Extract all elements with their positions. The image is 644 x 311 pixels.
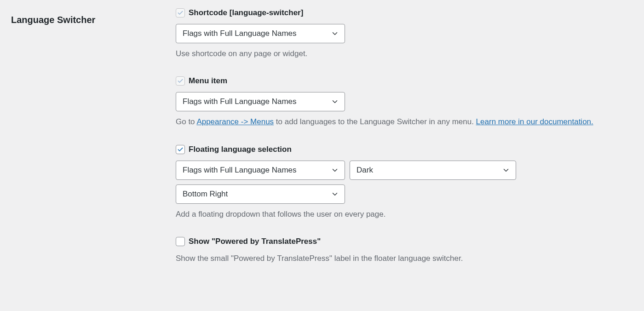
menu-style-select[interactable]: Flags with Full Language Names — [176, 92, 345, 111]
floating-position-select[interactable]: Bottom Right — [176, 184, 345, 204]
chevron-down-icon — [331, 190, 339, 198]
check-icon — [177, 146, 184, 153]
powered-desc: Show the small "Powered by TranslatePres… — [176, 253, 633, 265]
menu-link-appearance[interactable]: Appearance -> Menus — [196, 117, 274, 126]
floating-checkbox[interactable] — [176, 145, 185, 154]
shortcode-checkbox — [176, 8, 185, 17]
menu-desc: Go to Appearance -> Menus to add languag… — [176, 116, 633, 128]
floating-style-value: Flags with Full Language Names — [183, 166, 297, 175]
shortcode-style-value: Flags with Full Language Names — [183, 29, 297, 38]
shortcode-desc: Use shortcode on any page or widget. — [176, 48, 633, 60]
section-title: Language Switcher — [11, 8, 176, 25]
powered-label: Show "Powered by TranslatePress" — [189, 237, 321, 246]
menu-link-docs[interactable]: Learn more in our documentation. — [476, 117, 593, 126]
floating-desc: Add a floating dropdown that follows the… — [176, 208, 633, 220]
menu-group: Menu item Flags with Full Language Names… — [176, 76, 633, 128]
powered-group: Show "Powered by TranslatePress" Show th… — [176, 237, 633, 265]
chevron-down-icon — [331, 166, 339, 174]
menu-label: Menu item — [189, 76, 227, 86]
chevron-down-icon — [331, 29, 339, 38]
floating-group: Floating language selection Flags with F… — [176, 145, 633, 220]
floating-theme-select[interactable]: Dark — [350, 161, 516, 180]
menu-style-value: Flags with Full Language Names — [183, 97, 297, 106]
shortcode-label: Shortcode [language-switcher] — [189, 8, 303, 17]
menu-checkbox — [176, 76, 185, 86]
chevron-down-icon — [331, 98, 339, 106]
menu-desc-prefix: Go to — [176, 117, 196, 126]
check-icon — [177, 9, 184, 17]
menu-desc-mid: to add languages to the Language Switche… — [274, 117, 476, 126]
powered-checkbox[interactable] — [176, 237, 185, 246]
chevron-down-icon — [502, 166, 510, 174]
check-icon — [177, 77, 184, 85]
floating-style-select[interactable]: Flags with Full Language Names — [176, 161, 345, 180]
shortcode-group: Shortcode [language-switcher] Flags with… — [176, 8, 633, 60]
floating-theme-value: Dark — [356, 166, 373, 175]
shortcode-style-select[interactable]: Flags with Full Language Names — [176, 24, 345, 43]
floating-position-value: Bottom Right — [183, 190, 228, 199]
floating-label: Floating language selection — [189, 145, 292, 154]
